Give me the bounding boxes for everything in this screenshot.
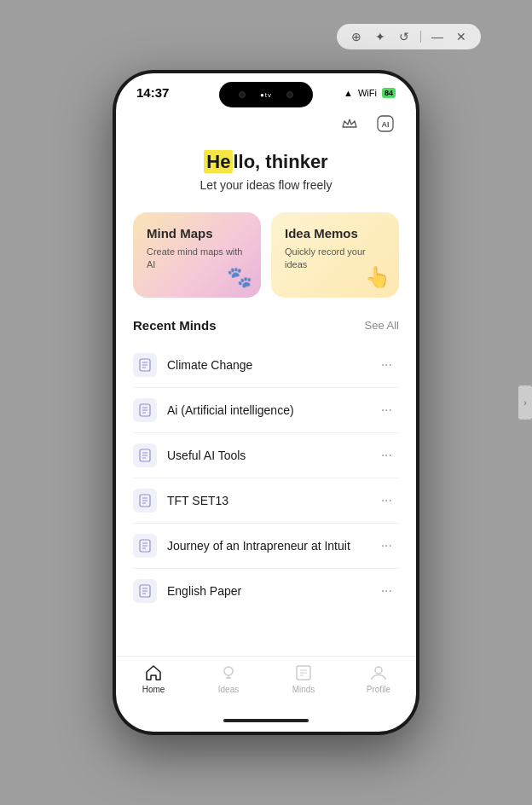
signal-icon: WiFi [358, 88, 377, 98]
toolbar-divider [420, 31, 421, 43]
nav-label-home: Home [142, 685, 165, 694]
phone-frame: ●tv 14:37 ▲ WiFi 84 [113, 70, 419, 735]
toolbar-close-icon[interactable]: ✕ [454, 29, 469, 44]
list-item-icon [133, 443, 157, 467]
list-item-label: Ai (Artificial intelligence) [167, 403, 374, 417]
list-item-label: English Paper [167, 584, 374, 598]
list-item[interactable]: English Paper ··· [133, 569, 399, 613]
list-item[interactable]: Ai (Artificial intelligence) ··· [133, 388, 399, 433]
island-dot-left [239, 91, 246, 98]
idea-memos-card-title: Idea Memos [285, 226, 385, 240]
toolbar-refresh-icon[interactable]: ↺ [396, 29, 412, 44]
idea-memos-card-icon: 👆 [365, 265, 390, 289]
dynamic-island: ●tv [219, 82, 313, 107]
list-item[interactable]: Useful AI Tools ··· [133, 433, 399, 478]
list-item-label: TFT SET13 [167, 494, 374, 507]
desktop-background: ⊕ ✦ ↺ — ✕ › ●tv 14:37 ▲ WiFi 84 [0, 0, 532, 805]
svg-point-26 [224, 667, 233, 675]
idea-memos-card[interactable]: Idea Memos Quickly record your ideas 👆 [271, 212, 399, 298]
greeting-title: Hello, thinker [133, 151, 399, 173]
svg-text:AI: AI [382, 120, 390, 129]
status-right: ▲ WiFi 84 [344, 88, 396, 98]
toolbar-pause-icon[interactable]: ⊕ [349, 29, 364, 44]
list-item[interactable]: Journey of an Intrapreneur at Intuit ··· [133, 524, 399, 569]
recent-minds-title: Recent Minds [133, 318, 217, 333]
list-item-label: Climate Change [167, 358, 374, 372]
greeting-section: Hello, thinker Let your ideas flow freel… [133, 137, 399, 212]
greeting-title-rest: llo, thinker [233, 151, 327, 172]
list-item-more[interactable]: ··· [374, 399, 399, 421]
toolbar-minimize-icon[interactable]: — [430, 29, 445, 44]
home-bar [223, 719, 309, 722]
list-item-icon [133, 579, 157, 603]
list-item-label: Journey of an Intrapreneur at Intuit [167, 539, 374, 553]
list-item-more[interactable]: ··· [374, 489, 399, 512]
side-arrow-right[interactable]: › [518, 385, 532, 420]
island-dot-right [286, 91, 293, 98]
main-content: Hello, thinker Let your ideas flow freel… [116, 137, 416, 656]
list-item[interactable]: TFT SET13 ··· [133, 478, 399, 524]
crown-button[interactable] [336, 110, 363, 137]
app-header: AI [116, 107, 416, 137]
list-item-icon [133, 534, 157, 558]
cards-row: Mind Maps Create mind maps with AI 🐾 Ide… [133, 212, 399, 298]
nav-item-minds[interactable]: Minds [266, 663, 341, 694]
nav-item-profile[interactable]: Profile [341, 663, 416, 694]
nav-item-home[interactable]: Home [116, 663, 191, 694]
list-item-more[interactable]: ··· [374, 444, 399, 466]
nav-label-profile: Profile [367, 685, 390, 694]
toolbar-star-icon[interactable]: ✦ [373, 29, 388, 44]
status-time: 14:37 [136, 85, 169, 100]
list-item-label: Useful AI Tools [167, 449, 374, 462]
list-item-icon [133, 353, 157, 377]
list-item-more[interactable]: ··· [374, 535, 399, 557]
battery-badge: 84 [382, 88, 396, 98]
recent-minds-header: Recent Minds See All [133, 318, 399, 333]
ai-button[interactable]: AI [372, 110, 399, 137]
mind-maps-card-icon: 🐾 [227, 265, 252, 289]
list-item-icon [133, 489, 157, 513]
recent-minds-list: Climate Change ··· Ai (Artifi [133, 343, 399, 613]
list-item-more[interactable]: ··· [374, 354, 399, 376]
greeting-subtitle: Let your ideas flow freely [133, 178, 399, 192]
list-item-more[interactable]: ··· [374, 580, 399, 602]
bottom-nav: Home Ideas [116, 656, 416, 715]
see-all-button[interactable]: See All [365, 319, 399, 332]
greeting-highlight: He [204, 150, 233, 173]
mind-maps-card-title: Mind Maps [147, 226, 247, 240]
nav-label-minds: Minds [292, 685, 315, 694]
wifi-icon: ▲ [344, 88, 353, 98]
home-indicator [116, 715, 416, 732]
nav-item-ideas[interactable]: Ideas [191, 663, 266, 694]
island-logo: ●tv [260, 91, 272, 99]
mind-maps-card[interactable]: Mind Maps Create mind maps with AI 🐾 [133, 212, 261, 298]
phone-screen: ●tv 14:37 ▲ WiFi 84 [116, 73, 416, 732]
nav-label-ideas: Ideas [218, 685, 239, 694]
svg-point-33 [375, 667, 382, 674]
list-item-icon [133, 398, 157, 422]
list-item[interactable]: Climate Change ··· [133, 343, 399, 388]
top-toolbar: ⊕ ✦ ↺ — ✕ [337, 24, 481, 49]
